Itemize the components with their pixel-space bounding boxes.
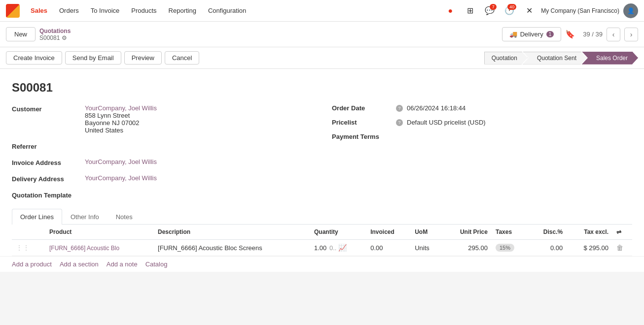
col-disc: Disc.%: [529, 225, 567, 240]
customer-value: YourCompany, Joel Willis 858 Lynn Street…: [85, 104, 157, 134]
invoice-address-row: Invoice Address YourCompany, Joel Willis: [12, 158, 312, 166]
messages-icon[interactable]: 💬 7: [482, 3, 498, 19]
user-avatar[interactable]: 👤: [623, 3, 638, 18]
row-quantity: 1.00 0.. 📈: [310, 240, 366, 256]
pricelist-value[interactable]: Default USD pricelist (USD): [407, 119, 486, 126]
row-description[interactable]: [FURN_6666] Acoustic Bloc Screens: [154, 240, 310, 256]
status-quotation[interactable]: Quotation: [484, 52, 528, 65]
settings-icon[interactable]: ✕: [521, 3, 537, 19]
form-left: Customer YourCompany, Joel Willis 858 Ly…: [12, 104, 312, 199]
catalog-link[interactable]: Catalog: [145, 260, 168, 268]
new-button[interactable]: New: [6, 27, 36, 41]
row-invoiced[interactable]: 0.00: [366, 240, 411, 256]
status-pipeline: Quotation Quotation Sent Sales Order: [484, 52, 638, 65]
quantity-extra: 0..: [329, 244, 336, 252]
apps-icon[interactable]: ⊞: [462, 3, 478, 19]
referrer-label: Referrer: [12, 142, 81, 150]
delete-icon[interactable]: 🗑: [616, 244, 623, 252]
col-tax-excl: Tax excl.: [567, 225, 612, 240]
form-right: Order Date ? 06/26/2024 16:18:44 Priceli…: [332, 104, 632, 199]
row-taxes: 15%: [492, 240, 529, 256]
referrer-row: Referrer: [12, 142, 312, 150]
col-unit-price: Unit Price: [442, 225, 492, 240]
drag-icon[interactable]: ⋮⋮: [16, 244, 30, 252]
tab-order-lines[interactable]: Order Lines: [12, 209, 62, 225]
tax-badge[interactable]: 15%: [496, 244, 514, 252]
pricelist-help-icon[interactable]: ?: [396, 119, 403, 126]
invoice-address-value[interactable]: YourCompany, Joel Willis: [85, 158, 157, 165]
order-date-value[interactable]: 06/26/2024 16:18:44: [407, 104, 465, 112]
pricelist-row: Pricelist ? Default USD pricelist (USD): [332, 119, 632, 126]
quantity-value[interactable]: 1.00: [314, 244, 326, 252]
settings-gear-icon[interactable]: ⚙: [62, 34, 67, 41]
customer-row: Customer YourCompany, Joel Willis 858 Ly…: [12, 104, 312, 134]
order-form: Customer YourCompany, Joel Willis 858 Ly…: [12, 104, 632, 199]
add-note-link[interactable]: Add a note: [107, 260, 138, 268]
status-sales-order[interactable]: Sales Order: [582, 52, 638, 65]
customer-addr1: 858 Lynn Street: [85, 112, 157, 119]
order-date-help-icon[interactable]: ?: [396, 105, 403, 112]
row-unit-price[interactable]: 295.00: [442, 240, 492, 256]
payment-terms-label: Payment Terms: [332, 133, 391, 140]
col-description: Description: [154, 225, 310, 240]
add-product-link[interactable]: Add a product: [12, 260, 52, 268]
col-quantity: Quantity: [310, 225, 366, 240]
activities-icon[interactable]: 🕐 40: [501, 3, 517, 19]
order-date-row: Order Date ? 06/26/2024 16:18:44: [332, 104, 632, 112]
record-btn[interactable]: ●: [442, 3, 458, 19]
tabs: Order Lines Other Info Notes: [12, 209, 632, 225]
col-taxes: Taxes: [492, 225, 529, 240]
breadcrumb-parent[interactable]: Quotations: [39, 28, 71, 34]
tab-other-info[interactable]: Other Info: [62, 209, 107, 225]
customer-label: Customer: [12, 104, 81, 113]
prev-button[interactable]: ‹: [607, 28, 620, 41]
breadcrumb-current-label: S00081: [39, 34, 60, 41]
bookmark-icon[interactable]: 🔖: [565, 30, 575, 39]
order-lines-table: Product Description Quantity Invoiced Uo…: [12, 225, 632, 256]
chart-icon[interactable]: 📈: [338, 244, 347, 252]
delivery-address-row: Delivery Address YourCompany, Joel Willi…: [12, 174, 312, 183]
send-by-email-button[interactable]: Send by Email: [65, 51, 121, 65]
customer-name[interactable]: YourCompany, Joel Willis: [85, 104, 157, 112]
col-handle: [34, 225, 45, 240]
company-name[interactable]: My Company (San Francisco): [541, 7, 619, 14]
product-link[interactable]: [FURN_6666] Acoustic Blo: [49, 245, 119, 252]
row-uom[interactable]: Units: [411, 240, 442, 256]
order-title: S00081: [12, 81, 632, 95]
delivery-count-badge: 1: [546, 31, 554, 37]
row-product: [FURN_6666] Acoustic Blo: [45, 240, 154, 256]
breadcrumb: Quotations S00081 ⚙: [39, 28, 71, 41]
row-disc[interactable]: 0.00: [529, 240, 567, 256]
order-date-label: Order Date: [332, 104, 391, 112]
next-button[interactable]: ›: [624, 28, 638, 41]
nav-orders[interactable]: Orders: [54, 4, 84, 17]
nav-configuration[interactable]: Configuration: [203, 4, 251, 17]
row-drag-handle[interactable]: ⋮⋮: [12, 240, 34, 256]
customer-addr3: United States: [85, 127, 157, 134]
cancel-button[interactable]: Cancel: [165, 51, 199, 65]
table-row: ⋮⋮ [FURN_6666] Acoustic Blo [FURN_6666] …: [12, 240, 632, 256]
adjust-columns-icon[interactable]: ⇌: [616, 228, 621, 235]
nav-to-invoice[interactable]: To Invoice: [86, 4, 125, 17]
col-invoiced: Invoiced: [366, 225, 411, 240]
nav-sales[interactable]: Sales: [26, 4, 52, 17]
quotation-template-row: Quotation Template: [12, 191, 312, 199]
top-navigation: Sales Orders To Invoice Products Reporti…: [0, 0, 644, 22]
tab-notes[interactable]: Notes: [107, 209, 141, 225]
add-section-link[interactable]: Add a section: [60, 260, 99, 268]
pagination: 39 / 39: [583, 31, 603, 38]
nav-reporting[interactable]: Reporting: [164, 4, 201, 17]
status-quotation-sent[interactable]: Quotation Sent: [523, 52, 587, 65]
col-drag: [12, 225, 34, 240]
delivery-address-value[interactable]: YourCompany, Joel Willis: [85, 174, 157, 182]
invoice-address-label: Invoice Address: [12, 158, 81, 166]
nav-products[interactable]: Products: [126, 4, 161, 17]
pagination-label: 39 / 39: [583, 31, 603, 38]
create-invoice-button[interactable]: Create Invoice: [6, 51, 62, 65]
customer-addr2: Bayonne NJ 07002: [85, 119, 157, 127]
app-logo[interactable]: [6, 4, 20, 18]
delivery-button[interactable]: 🚚 Delivery 1: [502, 27, 562, 41]
quotation-template-label: Quotation Template: [12, 191, 81, 199]
main-content: S00081 Customer YourCompany, Joel Willis…: [0, 69, 644, 256]
preview-button[interactable]: Preview: [124, 51, 162, 65]
